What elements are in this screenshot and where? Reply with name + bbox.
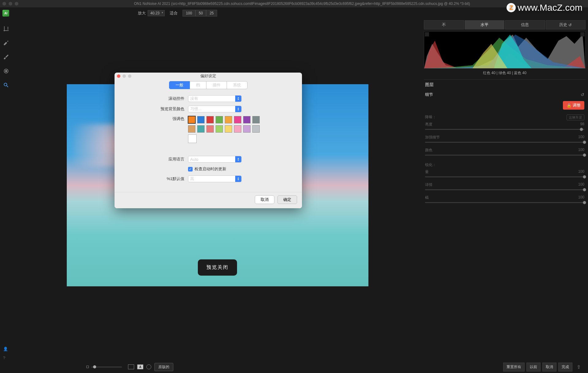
crop-tool-icon[interactable]	[2, 25, 10, 32]
watermark-z-icon: Z	[507, 3, 516, 12]
zoom-100-button[interactable]: 100	[183, 10, 195, 17]
window-traffic-lights[interactable]	[2, 2, 18, 6]
watermark: Z www.MacZ.com	[507, 2, 582, 13]
hist-clip-right-icon[interactable]	[580, 32, 585, 36]
sharpen-section-label: 锐化：	[424, 160, 586, 169]
scroll-controls-select[interactable]: 没有 ▲▼	[188, 95, 242, 102]
default-label: %1默认值	[124, 176, 188, 182]
accent-swatch[interactable]	[188, 116, 195, 123]
fit-label[interactable]: 适合	[170, 10, 178, 16]
noise-slider-0[interactable]	[425, 129, 584, 130]
noise-slider-0-value: 98	[580, 122, 584, 127]
dialog-cancel-button[interactable]: 取消	[255, 195, 274, 204]
close-dot[interactable]	[2, 2, 6, 6]
top-toolbar: AI 放大 40.23 适合 100 50 25	[0, 7, 588, 19]
compare-a-icon[interactable]: A	[137, 364, 143, 369]
histogram-readout: 红色 40 | 绿色 40 | 蓝色 40	[424, 69, 586, 79]
original-button[interactable]: 原版的	[154, 363, 173, 371]
share-icon[interactable]: ⇧	[577, 364, 581, 370]
zoom-label: 放大	[138, 10, 146, 16]
noise-slider-1-value: 100	[578, 135, 584, 140]
zoom-value-dropdown[interactable]: 40.23	[148, 10, 165, 16]
panel-tab-0[interactable]: 不	[424, 20, 464, 29]
accent-swatch[interactable]	[252, 116, 260, 123]
panel-tab-2[interactable]: 信息	[505, 20, 545, 29]
dialog-tab-files[interactable]: 档	[190, 81, 206, 89]
check-updates-checkbox[interactable]: ✓	[188, 167, 193, 171]
accent-swatch[interactable]	[225, 116, 232, 123]
hand-zoom-tool-icon[interactable]	[2, 81, 10, 89]
preferences-dialog: 偏好设定 一般 档 插件 系统 滚动控件 没有 ▲▼ 预览背景颜色 习惯... …	[115, 73, 302, 208]
tag-person-icon[interactable]: 👤	[3, 347, 8, 351]
left-toolbar	[0, 19, 12, 361]
sharpen-slider-2[interactable]	[425, 202, 584, 203]
hist-clip-left-icon[interactable]	[425, 32, 429, 36]
noise-slider-1-label: 加强细节	[425, 135, 440, 140]
noise-section-label: 降噪：	[425, 115, 436, 120]
preview-toast: 预览关闭	[198, 259, 237, 276]
dialog-tab-plugins[interactable]: 插件	[206, 81, 227, 89]
accent-swatch[interactable]	[243, 125, 251, 133]
detail-header[interactable]: 细节	[425, 92, 433, 97]
accent-swatch[interactable]	[234, 116, 241, 123]
compare-mask-icon[interactable]	[146, 364, 151, 369]
accent-swatch[interactable]	[188, 125, 195, 133]
accent-swatch[interactable]	[243, 116, 251, 123]
accent-custom-swatch[interactable]	[188, 134, 197, 143]
help-icon[interactable]: ?	[3, 356, 8, 360]
noise-slider-2[interactable]	[425, 155, 584, 156]
chevron-updown-icon: ▲▼	[235, 176, 241, 182]
language-select[interactable]: Auto ▲▼	[188, 156, 242, 163]
bottom-bar: A 原版的 重置所有 以前 取消 完成 ⇧	[0, 361, 588, 373]
mask-tool-icon[interactable]	[2, 67, 10, 75]
done-button[interactable]: 完成	[558, 363, 572, 371]
accent-swatch[interactable]	[206, 125, 214, 133]
zoom-50-button[interactable]: 50	[195, 10, 206, 17]
before-button[interactable]: 以前	[526, 363, 541, 371]
reset-icon[interactable]: ↺	[581, 92, 584, 97]
accent-swatch[interactable]	[225, 125, 232, 133]
noise-extra-label[interactable]: 这辆车是	[567, 115, 584, 120]
bgcolor-label: 预览背景颜色	[124, 106, 188, 112]
sharpen-slider-2-label: 槁	[425, 195, 429, 200]
dialog-tab-system[interactable]: 系统	[227, 81, 247, 89]
navigator-zoom-slider[interactable]	[86, 366, 122, 368]
chevron-updown-icon: ▲▼	[235, 96, 241, 102]
noise-slider-1[interactable]	[425, 142, 584, 143]
adjust-button[interactable]: 🔒 调整	[563, 101, 584, 110]
minimize-dot[interactable]	[9, 2, 12, 6]
sharpen-slider-2-value: 100	[578, 195, 584, 200]
square-small-icon	[86, 366, 89, 368]
panel-tab-1[interactable]: 水平	[465, 20, 505, 29]
accent-swatch[interactable]	[252, 125, 260, 133]
dialog-title: 偏好设定	[115, 73, 302, 79]
reset-all-button[interactable]: 重置所有	[503, 363, 525, 371]
retouch-tool-icon[interactable]	[2, 39, 10, 47]
panel-tab-3[interactable]: 历史 ↺	[546, 20, 586, 29]
chevron-updown-icon: ▲▼	[235, 156, 241, 162]
sharpen-slider-0-label: 量	[425, 169, 429, 175]
accent-swatch[interactable]	[234, 125, 241, 133]
accent-swatch[interactable]	[206, 116, 214, 123]
default-select[interactable]: 高 ▲▼	[188, 175, 242, 182]
accent-swatch[interactable]	[216, 116, 223, 123]
layers-header[interactable]: 图层	[424, 79, 586, 90]
bottom-cancel-button[interactable]: 取消	[542, 363, 556, 371]
noise-slider-0-label: 亮度	[425, 122, 432, 127]
sharpen-slider-0[interactable]	[425, 176, 584, 177]
bgcolor-select[interactable]: 习惯... ▲▼	[188, 106, 242, 112]
dialog-tab-general[interactable]: 一般	[169, 81, 190, 89]
app-logo-icon: AI	[2, 10, 9, 17]
dialog-ok-button[interactable]: 确定	[277, 195, 297, 204]
accent-swatch[interactable]	[197, 125, 205, 133]
accent-swatch[interactable]	[216, 125, 223, 133]
maximize-dot[interactable]	[15, 2, 18, 6]
sharpen-slider-1[interactable]	[425, 189, 584, 190]
histogram[interactable]	[424, 31, 586, 69]
noise-slider-2-label: 颜色	[425, 148, 432, 153]
zoom-25-button[interactable]: 25	[206, 10, 217, 17]
accent-label: 强调色	[124, 116, 188, 122]
accent-swatch[interactable]	[197, 116, 205, 123]
compare-split-icon[interactable]	[128, 364, 134, 369]
brush-tool-icon[interactable]	[2, 53, 10, 61]
